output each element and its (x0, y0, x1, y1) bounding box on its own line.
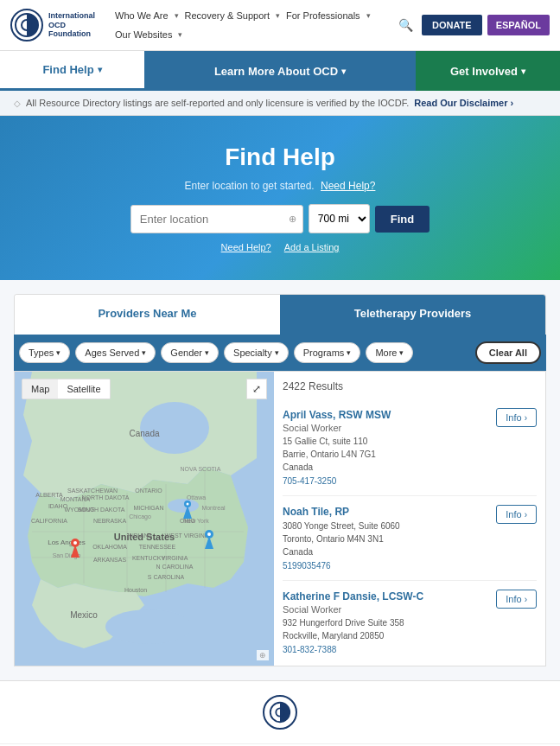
nav-dropdown-icon-0: ▾ (175, 11, 179, 20)
result-info-button-1[interactable]: Info › (496, 505, 537, 524)
result-name-0[interactable]: April Vass, RSW MSW (283, 409, 391, 421)
hero-search-bar: ⊕ 50 mi 100 mi 200 mi 500 mi 700 mi Find (17, 204, 543, 233)
nav-dropdown-icon-1: ▾ (276, 11, 280, 20)
tab-learn-more[interactable]: Learn More About OCD ▾ (144, 51, 416, 91)
hero-need-help-link[interactable]: Need Help? (321, 180, 375, 192)
svg-text:MICHIGAN: MICHIGAN (134, 505, 164, 511)
filter-more-button[interactable]: More ▾ (366, 342, 413, 363)
svg-point-6 (140, 402, 209, 454)
donate-button[interactable]: DONATE (422, 15, 482, 35)
result-item-2: Katherine F Dansie, LCSW-C Social Worker… (283, 581, 537, 664)
filter-programs-button[interactable]: Programs ▾ (294, 342, 361, 363)
learn-more-label: Learn More About OCD (214, 65, 338, 78)
svg-text:INDIANA: INDIANA (128, 532, 153, 539)
svg-text:ONTARIO: ONTARIO (135, 488, 162, 494)
hero-subtitle: Enter location to get started. Need Help… (17, 180, 543, 192)
filter-more-label: More (375, 347, 397, 358)
result-info-button-0[interactable]: Info › (496, 408, 537, 427)
location-icon: ⊕ (289, 214, 296, 225)
results-count: 2422 Results (283, 380, 537, 392)
nav-professionals[interactable]: For Professionals (282, 7, 365, 24)
tab-teletherapy[interactable]: Teletherapy Providers (280, 295, 545, 335)
hero-subtitle-text: Enter location to get started. (185, 180, 315, 192)
tab-find-help[interactable]: Find Help ▾ (0, 51, 144, 91)
map-section: Map Satellite ⤢ (15, 372, 274, 666)
svg-text:NOVA SCOTIA: NOVA SCOTIA (181, 466, 221, 472)
map-tab-map[interactable]: Map (22, 379, 58, 399)
svg-text:SASKATCHEWAN: SASKATCHEWAN (67, 488, 118, 494)
map-expand-button[interactable]: ⤢ (246, 379, 267, 399)
map-controls: Map Satellite (22, 379, 111, 399)
filter-types-label: Types (29, 347, 54, 358)
provider-tabs: Providers Near Me Teletherapy Providers (14, 294, 546, 335)
hero-add-listing-link[interactable]: Add a Listing (284, 242, 340, 252)
filter-types-chevron: ▾ (56, 348, 60, 357)
filter-gender-label: Gender (170, 347, 202, 358)
hero-need-help-footer-link[interactable]: Need Help? (221, 242, 271, 252)
main-content: Providers Near Me Teletherapy Providers … (0, 280, 560, 680)
nav-dropdown-icon-3: ▾ (178, 30, 182, 39)
logo-icon (10, 9, 43, 41)
result-phone-1[interactable]: 5199035476 (283, 561, 331, 571)
result-info-0: April Vass, RSW MSW Social Worker 15 Gal… (283, 408, 489, 487)
espanol-button[interactable]: ESPAÑOL (487, 15, 550, 35)
svg-text:Mexico: Mexico (70, 610, 98, 620)
distance-select[interactable]: 50 mi 100 mi 200 mi 500 mi 700 mi (309, 204, 370, 233)
svg-point-52 (207, 532, 211, 536)
filter-bar: Types ▾ Ages Served ▾ Gender ▾ Specialty… (14, 335, 546, 371)
filter-specialty-chevron: ▾ (275, 348, 279, 357)
info-arrow-2: › (525, 595, 527, 604)
filter-gender-chevron: ▾ (205, 348, 209, 357)
secondary-nav: Find Help ▾ Learn More About OCD ▾ Get I… (0, 51, 560, 91)
svg-text:WYOMING: WYOMING (65, 507, 95, 513)
filter-specialty-label: Specialty (233, 347, 272, 358)
disclaimer-link[interactable]: Read Our Disclaimer › (414, 98, 513, 108)
tab-providers-near-me[interactable]: Providers Near Me (15, 295, 280, 335)
footer-logo-center (0, 681, 560, 743)
filter-ages-button[interactable]: Ages Served ▾ (75, 342, 156, 363)
svg-text:NORTH DAKOTA: NORTH DAKOTA (82, 494, 130, 501)
filter-more-chevron: ▾ (399, 348, 404, 357)
result-phone-0[interactable]: 705-417-3250 (283, 476, 336, 486)
result-info-1: Noah Tile, RP 3080 Yonge Street, Suite 6… (283, 505, 489, 571)
map-svg: Canada United States Mexico Los Angeles … (15, 372, 274, 666)
tab-get-involved[interactable]: Get Involved ▾ (416, 51, 560, 91)
svg-text:VIRGINIA: VIRGINIA (162, 555, 188, 561)
info-label-2: Info (506, 594, 521, 604)
hero-title: Find Help (17, 143, 543, 171)
result-phone-2[interactable]: 301-832-7388 (283, 645, 336, 654)
result-name-2[interactable]: Katherine F Dansie, LCSW-C (283, 590, 423, 603)
location-input[interactable] (130, 205, 303, 233)
disclaimer-bar: ◇ All Resource Directory listings are se… (0, 91, 560, 116)
logo-area: International OCD Foundation (10, 9, 100, 41)
filter-specialty-button[interactable]: Specialty ▾ (224, 342, 289, 363)
nav-actions: 🔍 DONATE ESPAÑOL (395, 15, 550, 35)
result-item-0: April Vass, RSW MSW Social Worker 15 Gal… (283, 399, 537, 496)
map-tab-satellite[interactable]: Satellite (58, 379, 109, 399)
nav-recovery[interactable]: Recovery & Support (181, 7, 274, 24)
info-arrow-1: › (525, 510, 527, 520)
result-name-1[interactable]: Noah Tile, RP (283, 506, 349, 518)
svg-point-8 (105, 609, 192, 644)
clear-all-button[interactable]: Clear All (475, 341, 541, 364)
result-type-2: Social Worker (283, 604, 489, 615)
result-info-button-2[interactable]: Info › (496, 590, 537, 609)
search-icon-nav[interactable]: 🔍 (395, 15, 417, 35)
nav-websites[interactable]: Our Websites (111, 26, 176, 43)
svg-text:ALBERTA: ALBERTA (35, 492, 63, 498)
filter-types-button[interactable]: Types ▾ (19, 342, 70, 363)
result-address-1: 3080 Yonge Street, Suite 6060Toronto, On… (283, 520, 489, 558)
location-input-wrapper: ⊕ (130, 205, 303, 233)
nav-who-we-are[interactable]: Who We Are (111, 7, 173, 24)
filter-gender-button[interactable]: Gender ▾ (161, 342, 219, 363)
info-label-1: Info (506, 509, 521, 520)
find-button[interactable]: Find (375, 206, 430, 233)
nav-dropdown-icon-2: ▾ (366, 11, 371, 20)
svg-point-7 (168, 499, 199, 513)
nav-links: Who We Are ▾ Recovery & Support ▾ For Pr… (111, 7, 395, 43)
hero-section: Find Help Enter location to get started.… (0, 116, 560, 280)
top-nav: International OCD Foundation Who We Are … (0, 0, 560, 51)
svg-text:Chicago: Chicago (129, 513, 151, 520)
svg-text:Ottawa: Ottawa (187, 494, 206, 501)
info-arrow-0: › (525, 413, 527, 423)
